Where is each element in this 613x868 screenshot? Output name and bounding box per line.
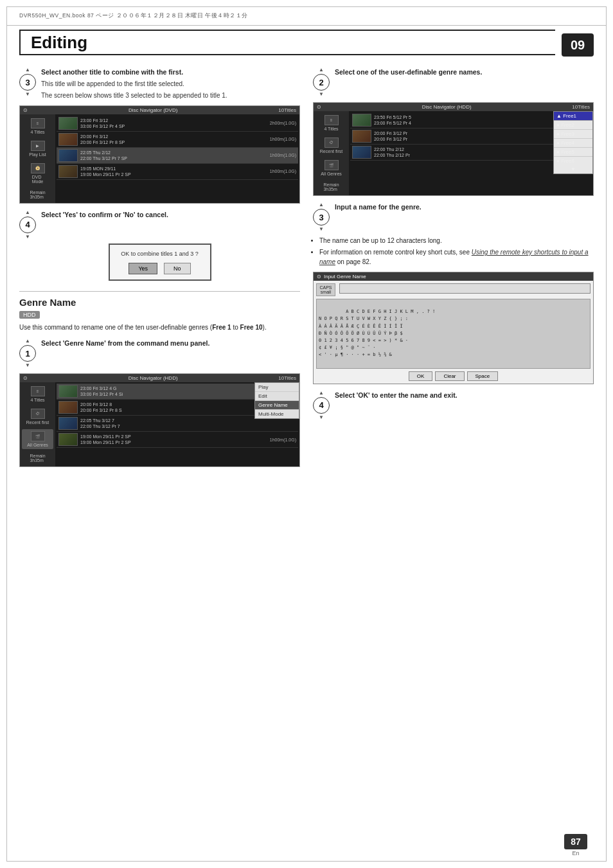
header-file-info: DVR550H_WV_EN.book 87 ページ ２００６年１２月２８日 木曜… — [19, 12, 248, 20]
disc-navigator-hdd-genre: ⊙ Disc Navigator (HDD) 10Titles ≡ 4 Titl… — [19, 373, 300, 467]
step1-genre-label: Select 'Genre Name' from the command men… — [41, 339, 209, 347]
yes-button[interactable]: Yes — [129, 263, 157, 274]
igd-input-box[interactable] — [339, 283, 591, 294]
step4r-label: Select 'OK' to enter the name and exit. — [335, 391, 458, 399]
dn-hdd-genre-sidebar: ≡ 4 Titles ⏱ Recent first 🎬 All Genres — [20, 382, 55, 466]
dn-hdd-right-titlebar: ⊙ Disc Navigator (HDD) 10Titles — [314, 103, 593, 111]
step3-label: Select another title to combine with the… — [41, 68, 183, 76]
menu-item-play[interactable]: Play — [255, 383, 299, 392]
dn-hdd-genre-list: 23:00 Fri 3/12 4 G 33:00 Fri 3/12 Pr 4 S… — [55, 382, 299, 466]
menu-item-genrename[interactable]: Genre Name — [255, 401, 299, 410]
dn-hdd-right-remain: Remain3h35m — [315, 181, 347, 193]
step1-genre-circle-container: ▲ 1 ▼ — [19, 339, 36, 368]
step3r-label: Input a name for the genre. — [335, 203, 422, 211]
dialog-text: OK to combine titles 1 and 3 ? — [115, 250, 205, 258]
genre-item-free1[interactable]: ▲ Free1 — [554, 112, 592, 121]
dn-dvd-info1: 23:00 Fri 3/12 33:00 Fri 3/12 Pr 4 SP — [80, 118, 267, 129]
genre-item-free6[interactable]: ● Free6 — [554, 157, 592, 165]
page-number-box: 87 — [564, 834, 587, 849]
dn-dvd-thumb2 — [58, 133, 78, 146]
igd-ok-button[interactable]: OK — [409, 371, 433, 381]
dialog-buttons: Yes No — [115, 263, 205, 274]
step1g-arrow-up: ▲ — [25, 339, 30, 344]
step4-circle-container: ▲ 4 ▼ — [19, 210, 36, 240]
igd-caps-label: CAPS small — [316, 283, 335, 296]
dn-dvd-playlist-icon: ▶ — [31, 141, 45, 151]
step2r-label: Select one of the user-definable genre n… — [335, 68, 482, 76]
page-title: Editing — [31, 33, 87, 53]
step3r-bullet2: For information on remote control key sh… — [319, 247, 594, 267]
dn-hdd-right-allgenres[interactable]: 🎬 All Genres — [315, 158, 347, 178]
step3r-bullet-list: The name can be up to 12 characters long… — [319, 236, 594, 267]
step2r-text: Select one of the user-definable genre n… — [335, 67, 594, 77]
dn-hdd-right-4titles[interactable]: ≡ 4 Titles — [315, 113, 347, 133]
dn-dvd-sidebar-playlist[interactable]: ▶ Play List — [22, 139, 53, 159]
page-title-area: Editing — [19, 30, 555, 55]
main-content: ▲ 3 ▼ Select another title to combine wi… — [19, 67, 594, 836]
step3-sub2: The screen below shows title 3 selected … — [41, 91, 300, 100]
disc-navigator-hdd-right: ⊙ Disc Navigator (HDD) 10Titles ≡ 4 Titl… — [313, 102, 594, 196]
dn-hdd-genre-4titles[interactable]: ≡ 4 Titles — [22, 384, 53, 404]
dn-dvd-item3[interactable]: 22:05 Thu 2/12 22:00 Thu 3/12 Pr 7 SP 1h… — [57, 148, 298, 164]
dn-dvd-sidebar-remain: Remain3h35m — [22, 188, 53, 201]
step3-sub1: This title will be appended to the first… — [41, 80, 300, 89]
genre-desc: Use this command to rename one of the te… — [19, 323, 300, 332]
dn-dvd-item2[interactable]: 20:00 Fri 3/12 20:00 Fri 3/12 Pr 8 SP 1h… — [57, 132, 298, 148]
step4r-header: ▲ 4 ▼ Select 'OK' to enter the name and … — [313, 391, 594, 420]
igd-titlebar: ⊙ Input Genre Name — [314, 272, 593, 281]
menu-item-edit[interactable]: Edit — [255, 392, 299, 401]
step4-circle: 4 — [19, 217, 36, 233]
step3-arrow-up: ▲ — [25, 67, 30, 73]
dn-dvd-4titles-icon: ≡ — [31, 118, 45, 128]
genre-dropdown-arrow[interactable]: ▼ — [554, 165, 592, 173]
igd-space-button[interactable]: Space — [467, 371, 499, 381]
step3-circle: 3 — [19, 74, 36, 91]
genre-item-free5[interactable]: ● Free5 — [554, 148, 592, 157]
dn-hdd-right-list: 23:50 Fri 5/12 Pr 5 23:00 Fri 5/12 Pr 4 … — [349, 111, 593, 195]
step4r-arrow-down: ▼ — [319, 415, 324, 420]
dn-hdd-genre-thumb1 — [58, 385, 78, 398]
dn-dvd-titlebar: ⊙ Disc Navigator (DVD) 10Titles — [20, 106, 299, 114]
dn-hdd-genre-recent[interactable]: ⏱ Recent first — [22, 407, 53, 427]
genre-item-free3[interactable]: ● Free3 — [554, 130, 592, 139]
step3r-text: Input a name for the genre. — [335, 202, 594, 212]
dn-dvd-thumb4 — [58, 165, 78, 178]
step1-genre-circle: 1 — [19, 345, 36, 362]
dn-dvd-item1[interactable]: 23:00 Fri 3/12 33:00 Fri 3/12 Pr 4 SP 2h… — [57, 116, 298, 132]
dn-hdd-genre-allgenres[interactable]: 🎬 All Genres — [22, 429, 53, 449]
genre-item-free2[interactable]: ● Free2 — [554, 121, 592, 130]
dn-hdd-genre-thumb3 — [58, 417, 78, 430]
dn-dvd-sidebar-4titles[interactable]: ≡ 4 Titles — [22, 116, 53, 136]
header-bar: DVR550H_WV_EN.book 87 ページ ２００６年１２月２８日 木曜… — [6, 6, 607, 26]
right-column: ▲ 2 ▼ Select one of the user-definable g… — [313, 67, 594, 836]
no-button[interactable]: No — [164, 263, 191, 274]
step3r-circle-container: ▲ 3 ▼ — [313, 202, 330, 232]
step1-genre-text: Select 'Genre Name' from the command men… — [41, 339, 300, 348]
genre-item-free4[interactable]: ● Free4 — [554, 139, 592, 148]
dn-hdd-right-recent[interactable]: ⏱ Recent first — [315, 136, 347, 155]
step3-header: ▲ 3 ▼ Select another title to combine wi… — [19, 67, 300, 100]
igd-clear-button[interactable]: Clear — [435, 371, 464, 381]
hdd-badge: HDD — [19, 311, 40, 319]
step4-text: Select 'Yes' to confirm or 'No' to cance… — [41, 210, 300, 220]
dn-dvd-sidebar-dvdmode[interactable]: 📀 DVDMode — [22, 161, 53, 186]
dn-dvd-item4[interactable]: 19:05 MON 29/11 19:00 Mon 29/11 Pr 2 SP … — [57, 164, 298, 180]
dn-dvd-info2: 20:00 Fri 3/12 20:00 Fri 3/12 Pr 8 SP — [80, 134, 267, 145]
step3r-bullet1: The name can be up to 12 characters long… — [319, 236, 594, 245]
step4r-circle: 4 — [313, 397, 330, 414]
dn-hdd-genre-remain: Remain3h35m — [22, 452, 53, 465]
dn-dvd-sidebar: ≡ 4 Titles ▶ Play List 📀 DVDMode Remain3… — [20, 114, 55, 203]
dn-hdd-genre-body: ≡ 4 Titles ⏱ Recent first 🎬 All Genres — [20, 382, 299, 466]
step4r-circle-container: ▲ 4 ▼ — [313, 391, 330, 420]
dn-dvd-info3: 22:05 Thu 2/12 22:00 Thu 3/12 Pr 7 SP — [80, 150, 267, 161]
left-column: ▲ 3 ▼ Select another title to combine wi… — [19, 67, 300, 836]
genre-menu-panel: Play Edit Genre Name Multi-Mode — [254, 382, 299, 419]
input-genre-dialog: ⊙ Input Genre Name CAPS small A B C D E … — [313, 272, 594, 384]
dn-hdd-genre-titlebar: ⊙ Disc Navigator (HDD) 10Titles — [20, 374, 299, 382]
step3r-header: ▲ 3 ▼ Input a name for the genre. — [313, 202, 594, 232]
dn-hdd-genre-item4[interactable]: 19:00 Mon 29/11 Pr 2 SP 19:00 Mon 29/11 … — [57, 432, 298, 448]
dn-dvd-thumb1 — [58, 117, 78, 130]
dn-hdd-right-thumb3 — [352, 146, 371, 159]
menu-item-multimode[interactable]: Multi-Mode — [255, 410, 299, 418]
step3-arrow-down: ▼ — [25, 92, 30, 97]
